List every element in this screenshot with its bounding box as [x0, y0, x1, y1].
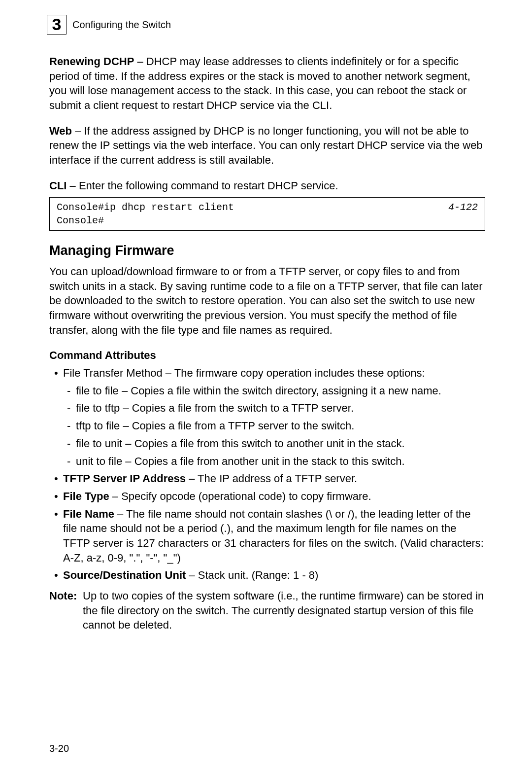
ftm-options: file to file – Copies a file within the …: [63, 384, 485, 468]
document-page: 3 Configuring the Switch Renewing DCHP –…: [0, 0, 532, 633]
section-heading: Managing Firmware: [49, 242, 485, 259]
cli-label: CLI: [49, 179, 66, 192]
paragraph-web: Web – If the address assigned by DHCP is…: [49, 124, 485, 168]
web-label: Web: [49, 125, 72, 137]
ftm-option: tftp to file – Copies a file from a TFTP…: [76, 419, 485, 433]
filetype-label: File Type: [63, 490, 109, 502]
attr-tftp-ip: TFTP Server IP Address – The IP address …: [63, 471, 485, 486]
filename-text: – The file name should not contain slash…: [63, 508, 484, 564]
ftm-option: file to unit – Copies a file from this s…: [76, 436, 485, 451]
sdu-text: – Stack unit. (Range: 1 - 8): [186, 569, 318, 581]
note-label: Note:: [49, 589, 81, 633]
attr-file-type: File Type – Specify opcode (operational …: [63, 489, 485, 504]
cli-code: Console#ip dhcp restart client Console#: [57, 201, 234, 227]
ftm-option: file to file – Copies a file within the …: [76, 384, 485, 398]
chapter-title: Configuring the Switch: [72, 18, 171, 32]
chapter-number-box: 3: [47, 15, 66, 35]
attr-source-dest-unit: Source/Destination Unit – Stack unit. (R…: [63, 568, 485, 583]
ftm-option: unit to file – Copies a file from anothe…: [76, 454, 485, 469]
attr-file-name: File Name – The file name should not con…: [63, 507, 485, 565]
note-text: Up to two copies of the system software …: [81, 589, 485, 633]
filetype-text: – Specify opcode (operational code) to c…: [109, 490, 371, 502]
filename-label: File Name: [63, 508, 114, 520]
paragraph-cli: CLI – Enter the following command to res…: [49, 178, 485, 193]
cli-text: – Enter the following command to restart…: [66, 179, 338, 192]
attr-file-transfer-method: File Transfer Method – The firmware copy…: [63, 366, 485, 468]
page-number: 3-20: [49, 742, 69, 755]
cli-code-box: Console#ip dhcp restart client Console# …: [49, 197, 485, 231]
chapter-number: 3: [52, 13, 62, 36]
section-intro: You can upload/download firmware to or f…: [49, 264, 485, 337]
paragraph-renewing: Renewing DCHP – DHCP may lease addresses…: [49, 54, 485, 113]
ftm-option: file to tftp – Copies a file from the sw…: [76, 401, 485, 416]
ftm-text: File Transfer Method – The firmware copy…: [63, 367, 425, 379]
tftp-label: TFTP Server IP Address: [63, 472, 186, 485]
sdu-label: Source/Destination Unit: [63, 569, 186, 581]
command-attributes-heading: Command Attributes: [49, 348, 485, 363]
tftp-text: – The IP address of a TFTP server.: [186, 472, 357, 485]
cli-reference: 4-122: [438, 201, 478, 214]
page-header: 3 Configuring the Switch: [47, 15, 485, 35]
renewing-label: Renewing DCHP: [49, 55, 134, 68]
note: Note: Up to two copies of the system sof…: [49, 589, 485, 633]
web-text: – If the address assigned by DHCP is no …: [49, 125, 483, 166]
attribute-list: File Transfer Method – The firmware copy…: [49, 366, 485, 583]
